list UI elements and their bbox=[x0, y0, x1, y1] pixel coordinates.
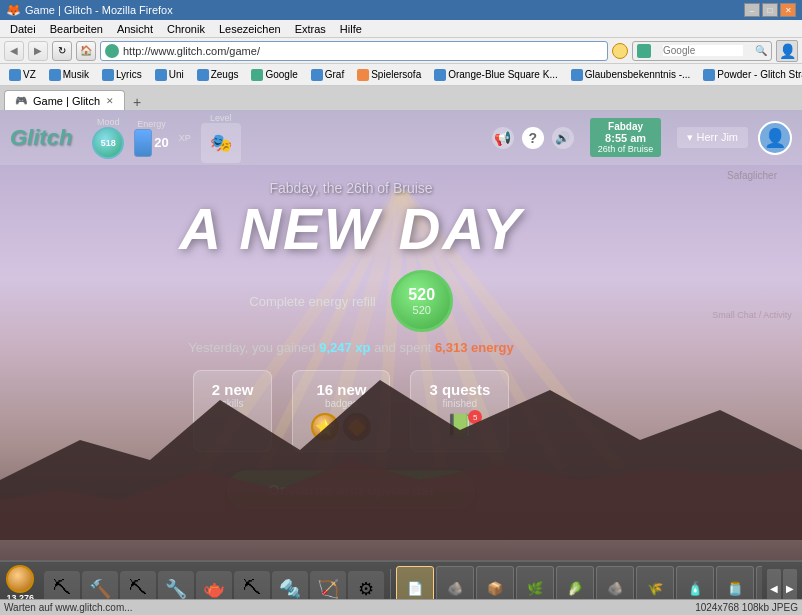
username-button[interactable]: ▾ Herr Jim bbox=[677, 127, 748, 148]
sound-icon[interactable]: 🔊 bbox=[552, 127, 574, 149]
bookmark-lyrics[interactable]: Lyrics bbox=[97, 68, 147, 82]
forward-button[interactable]: ▶ bbox=[28, 41, 48, 61]
maximize-button[interactable]: □ bbox=[762, 3, 778, 17]
header-icons: 📢 ? 🔊 bbox=[492, 127, 574, 149]
tab-close-icon[interactable]: ✕ bbox=[106, 96, 114, 106]
back-button[interactable]: ◀ bbox=[4, 41, 24, 61]
active-tab[interactable]: 🎮 Game | Glitch ✕ bbox=[4, 90, 125, 110]
bookmark-icon bbox=[9, 69, 21, 81]
bookmark-icon bbox=[251, 69, 263, 81]
bookmark-icon bbox=[434, 69, 446, 81]
xp-gained: 9,247 xp bbox=[319, 340, 370, 355]
bookmark-orange-blue[interactable]: Orange-Blue Square K... bbox=[429, 68, 563, 82]
bookmark-icon bbox=[311, 69, 323, 81]
xp-label: XP bbox=[179, 133, 191, 143]
xp-connector: and spent bbox=[374, 340, 431, 355]
home-button[interactable]: 🏠 bbox=[76, 41, 96, 61]
game-header: Glitch Mood 518 Energy 20 XP Level 🎭 bbox=[0, 110, 802, 165]
bookmark-icon bbox=[155, 69, 167, 81]
energy-label: Energy bbox=[137, 119, 166, 129]
date-sub: 26th of Bruise bbox=[598, 144, 654, 154]
xp-summary-line: Yesterday, you gained 9,247 xp and spent… bbox=[0, 340, 702, 355]
bookmark-uni[interactable]: Uni bbox=[150, 68, 189, 82]
glitch-logo: Glitch bbox=[10, 125, 72, 151]
search-bar[interactable]: 🔍 bbox=[632, 41, 772, 61]
bookmark-icon bbox=[357, 69, 369, 81]
search-input[interactable] bbox=[663, 45, 743, 56]
bookmarks-bar: VZ Musik Lyrics Uni Zeugs Google Graf Sp… bbox=[0, 64, 802, 86]
addon-icon[interactable]: 👤 bbox=[776, 40, 798, 62]
bookmark-icon bbox=[703, 69, 715, 81]
energy-current: 520 bbox=[408, 286, 435, 304]
bookmark-spielersofa[interactable]: Spielersofa bbox=[352, 68, 426, 82]
bookmark-icon bbox=[49, 69, 61, 81]
address-bar[interactable]: http://www.glitch.com/game/ bbox=[100, 41, 608, 61]
energy-max: 520 bbox=[413, 304, 431, 316]
nav-bar: ◀ ▶ ↻ 🏠 http://www.glitch.com/game/ 🔍 👤 bbox=[0, 38, 802, 64]
star-icon[interactable] bbox=[612, 43, 628, 59]
bookmark-glaubens[interactable]: Glaubensbekenntnis -... bbox=[566, 68, 696, 82]
mood-label: Mood bbox=[97, 117, 120, 127]
level-label: Level bbox=[210, 113, 232, 123]
tab-label: Game | Glitch bbox=[33, 95, 100, 107]
mood-value: 518 bbox=[101, 138, 116, 148]
title-bar: 🦊 Game | Glitch - Mozilla Firefox – □ ✕ bbox=[0, 0, 802, 20]
help-icon[interactable]: ? bbox=[522, 127, 544, 149]
chat-label: Small Chat / Activity bbox=[707, 310, 797, 320]
mountain-svg bbox=[0, 360, 802, 540]
menu-ansicht[interactable]: Ansicht bbox=[111, 23, 159, 35]
bookmark-musik[interactable]: Musik bbox=[44, 68, 94, 82]
energy-refill-section: Complete energy refill 520 520 bbox=[0, 270, 702, 332]
date-label: Fabday bbox=[598, 121, 654, 132]
energy-refill-label: Complete energy refill bbox=[249, 294, 375, 309]
search-go-icon[interactable]: 🔍 bbox=[755, 45, 767, 56]
bookmark-powder[interactable]: Powder - Glitch Strate... bbox=[698, 68, 802, 82]
time-display: 8:55 am bbox=[598, 132, 654, 144]
energy-spent: 6,313 energy bbox=[435, 340, 514, 355]
energy-circle: 520 520 bbox=[391, 270, 453, 332]
site-icon bbox=[105, 44, 119, 58]
menu-chronik[interactable]: Chronik bbox=[161, 23, 211, 35]
right-panel-title: Safaglicher bbox=[707, 170, 797, 181]
bookmark-graf[interactable]: Graf bbox=[306, 68, 349, 82]
level-icon: 🎭 bbox=[201, 123, 241, 163]
minimize-button[interactable]: – bbox=[744, 3, 760, 17]
search-engine-icon bbox=[637, 44, 651, 58]
menu-datei[interactable]: Datei bbox=[4, 23, 42, 35]
menu-hilfe[interactable]: Hilfe bbox=[334, 23, 368, 35]
bookmark-zeugs[interactable]: Zeugs bbox=[192, 68, 244, 82]
window-title: Game | Glitch - Mozilla Firefox bbox=[25, 4, 173, 16]
status-bar: Warten auf www.glitch.com... 1024x768 10… bbox=[0, 599, 802, 615]
resolution-text: 1024x768 108kb JPEG bbox=[695, 602, 798, 613]
new-tab-button[interactable]: + bbox=[129, 94, 145, 110]
bookmark-vz[interactable]: VZ bbox=[4, 68, 41, 82]
menu-extras[interactable]: Extras bbox=[289, 23, 332, 35]
mood-circle: 518 bbox=[92, 127, 124, 159]
status-text: Warten auf www.glitch.com... bbox=[4, 602, 133, 613]
energy-icon bbox=[134, 129, 152, 157]
game-area: Glitch Mood 518 Energy 20 XP Level 🎭 bbox=[0, 110, 802, 590]
url-text: http://www.glitch.com/game/ bbox=[123, 45, 260, 57]
bookmark-google[interactable]: Google bbox=[246, 68, 302, 82]
day-title: Fabday, the 26th of Bruise bbox=[0, 180, 702, 196]
bookmark-icon bbox=[571, 69, 583, 81]
tab-bar: 🎮 Game | Glitch ✕ + bbox=[0, 86, 802, 110]
avatar[interactable]: 👤 bbox=[758, 121, 792, 155]
bookmark-icon bbox=[197, 69, 209, 81]
energy-value: 20 bbox=[154, 135, 168, 150]
currant-icon bbox=[6, 565, 34, 593]
menu-bearbeiten[interactable]: Bearbeiten bbox=[44, 23, 109, 35]
menu-bar: Datei Bearbeiten Ansicht Chronik Lesezei… bbox=[0, 20, 802, 38]
xp-line-text: Yesterday, you gained bbox=[188, 340, 315, 355]
notification-icon[interactable]: 📢 bbox=[492, 127, 514, 149]
close-button[interactable]: ✕ bbox=[780, 3, 796, 17]
bookmark-icon bbox=[102, 69, 114, 81]
main-title: A NEW DAY bbox=[0, 200, 702, 258]
menu-lesezeichen[interactable]: Lesezeichen bbox=[213, 23, 287, 35]
reload-button[interactable]: ↻ bbox=[52, 41, 72, 61]
datetime-box: Fabday 8:55 am 26th of Bruise bbox=[590, 118, 662, 157]
